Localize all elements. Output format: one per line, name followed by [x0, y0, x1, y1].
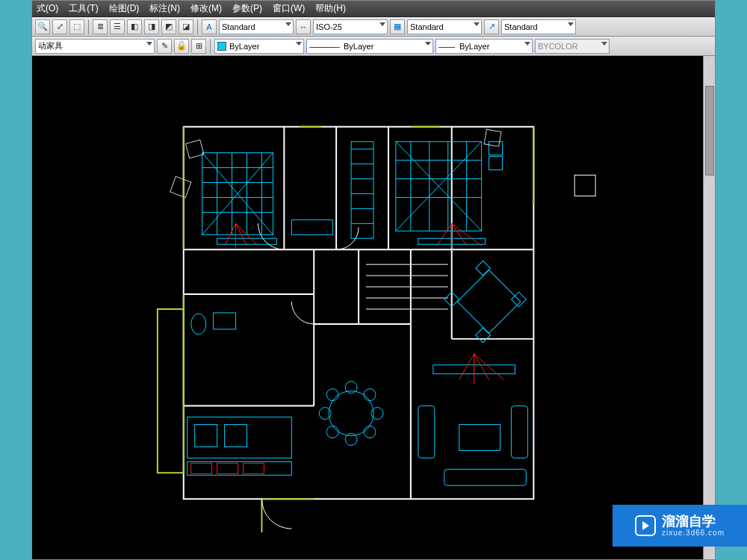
svg-rect-21 — [457, 270, 521, 334]
tool-layermerge-icon[interactable]: ⊞ — [191, 39, 206, 54]
svg-rect-7 — [214, 313, 236, 329]
chevron-down-icon — [379, 22, 385, 26]
svg-rect-33 — [191, 463, 212, 473]
scrollbar-thumb[interactable] — [705, 86, 714, 175]
linetype-preview: ―――― — [309, 42, 339, 51]
color-combo[interactable]: ByLayer — [214, 39, 304, 54]
chevron-down-icon — [296, 42, 302, 46]
svg-rect-38 — [170, 176, 191, 197]
toolbar-styles: 🔍 ⤢ ⬚ ≣ ☰ ◧ ◨ ◩ ◪ A Standard ↔ ISO-25 ▦ … — [32, 17, 715, 37]
tool-tablestyle-icon[interactable]: ▦ — [390, 19, 405, 34]
color-swatch — [217, 42, 226, 51]
menu-tools[interactable]: 工具(T) — [69, 2, 98, 15]
svg-rect-23 — [476, 328, 491, 343]
svg-rect-22 — [476, 261, 491, 276]
svg-rect-10 — [225, 425, 247, 447]
svg-point-20 — [364, 426, 376, 438]
menu-draw[interactable]: 绘图(D) — [109, 2, 140, 15]
svg-point-16 — [371, 408, 383, 420]
svg-rect-26 — [418, 406, 435, 458]
tool-layer-prev-icon[interactable]: ◧ — [127, 19, 142, 34]
dimstyle-value: ISO-25 — [316, 22, 342, 31]
play-icon — [635, 515, 656, 536]
dimstyle-combo[interactable]: ISO-25 — [313, 19, 388, 34]
svg-rect-27 — [444, 469, 527, 485]
svg-rect-2 — [489, 142, 503, 155]
tool-match-icon[interactable]: ◪ — [179, 19, 193, 34]
svg-rect-5 — [291, 220, 332, 234]
linetype-value: ByLayer — [344, 42, 374, 51]
menu-window[interactable]: 窗口(W) — [273, 2, 305, 15]
menu-dimension[interactable]: 标注(N) — [149, 2, 180, 15]
plotstyle-combo: BYCOLOR — [535, 39, 610, 54]
color-value: ByLayer — [229, 42, 259, 51]
separator — [210, 39, 211, 54]
svg-point-19 — [326, 426, 338, 438]
svg-point-12 — [329, 391, 374, 436]
watermark-title: 溜溜自学 — [662, 514, 725, 529]
watermark-text: 溜溜自学 zixue.3d66.com — [662, 514, 725, 538]
chevron-down-icon — [568, 22, 574, 26]
tool-layeriso-icon[interactable]: ✎ — [157, 39, 172, 54]
svg-point-17 — [326, 389, 338, 401]
drawing-canvas[interactable] — [32, 56, 715, 559]
tool-properties-icon[interactable]: ◩ — [161, 19, 176, 34]
watermark-url: zixue.3d66.com — [662, 529, 725, 537]
floorplan-svg — [32, 56, 715, 559]
svg-point-13 — [345, 382, 357, 393]
svg-rect-37 — [484, 129, 501, 146]
watermark-badge: 溜溜自学 zixue.3d66.com — [613, 505, 747, 547]
red-accents — [191, 223, 504, 473]
tool-zoom-window-icon[interactable]: ⬚ — [69, 19, 84, 34]
textstyle-value: Standard — [222, 22, 255, 31]
svg-point-18 — [364, 389, 376, 401]
tool-layer-states-icon[interactable]: ☰ — [110, 19, 125, 34]
vertical-scrollbar[interactable] — [703, 56, 715, 559]
furniture — [187, 142, 528, 486]
linetype-combo[interactable]: ―――― ByLayer — [306, 39, 433, 54]
tool-layer-icon[interactable]: ≣ — [93, 19, 108, 34]
svg-rect-28 — [511, 406, 527, 458]
svg-rect-34 — [217, 463, 238, 473]
svg-rect-35 — [244, 463, 264, 473]
menu-format[interactable]: 式(O) — [37, 2, 58, 15]
separator — [197, 19, 198, 34]
chevron-down-icon — [601, 42, 607, 46]
tool-zoom-extents-icon[interactable]: ⤢ — [52, 19, 67, 34]
plotstyle-value: BYCOLOR — [538, 42, 578, 51]
menubar: 式(O) 工具(T) 绘图(D) 标注(N) 修改(M) 参数(P) 窗口(W)… — [32, 1, 715, 17]
toolbar-properties: 动家具 ✎ 🔓 ⊞ ByLayer ―――― ByLayer ―― ByLaye… — [32, 37, 715, 56]
tablestyle-value: Standard — [410, 22, 444, 31]
mleaderstyle-value: Standard — [504, 22, 538, 31]
separator — [88, 19, 89, 34]
doors — [258, 223, 359, 529]
tool-layerunlock-icon[interactable]: 🔓 — [174, 39, 189, 54]
menu-parametric[interactable]: 参数(P) — [232, 2, 262, 15]
svg-rect-9 — [195, 425, 217, 447]
chevron-down-icon — [474, 22, 480, 26]
app-window: 式(O) 工具(T) 绘图(D) 标注(N) 修改(M) 参数(P) 窗口(W)… — [31, 0, 716, 560]
chevron-down-icon — [524, 42, 530, 46]
mleaderstyle-combo[interactable]: Standard — [501, 19, 576, 34]
lineweight-combo[interactable]: ―― ByLayer — [436, 39, 533, 54]
svg-rect-36 — [185, 140, 203, 158]
tool-textstyle-icon[interactable]: A — [202, 19, 217, 34]
menu-modify[interactable]: 修改(M) — [190, 2, 222, 15]
svg-point-14 — [345, 434, 357, 446]
layer-combo[interactable]: 动家具 — [35, 39, 155, 54]
tool-layer-match-icon[interactable]: ◨ — [144, 19, 159, 34]
tool-dimstyle-icon[interactable]: ↔ — [296, 19, 311, 34]
svg-rect-11 — [187, 461, 292, 475]
layer-value: 动家具 — [38, 40, 63, 52]
svg-point-6 — [191, 314, 206, 335]
tool-zoom-icon[interactable]: 🔍 — [35, 19, 50, 34]
tool-mleader-icon[interactable]: ↗ — [484, 19, 499, 34]
svg-rect-8 — [187, 417, 292, 458]
chevron-down-icon — [285, 22, 291, 26]
tablestyle-combo[interactable]: Standard — [407, 19, 482, 34]
chevron-down-icon — [425, 42, 431, 46]
menu-help[interactable]: 帮助(H) — [315, 2, 346, 15]
chevron-down-icon — [146, 42, 152, 46]
svg-rect-29 — [459, 425, 500, 451]
textstyle-combo[interactable]: Standard — [219, 19, 294, 34]
